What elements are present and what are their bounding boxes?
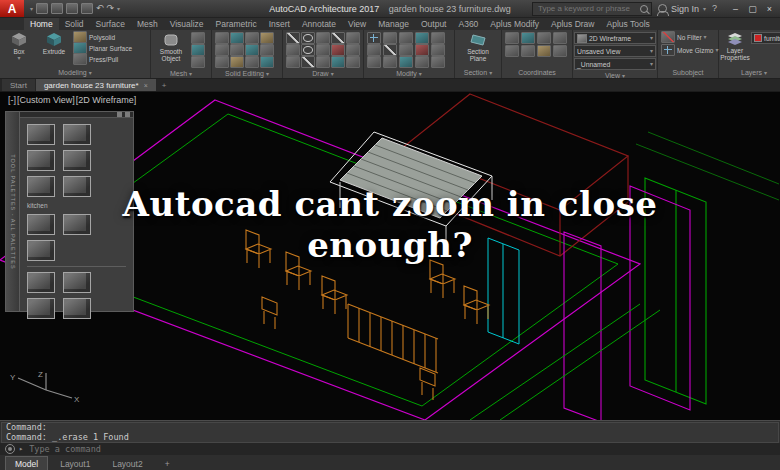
solid-edit-tool-icon[interactable] <box>260 32 274 44</box>
tab-mesh[interactable]: Mesh <box>131 18 164 30</box>
panel-label-solid-editing[interactable]: Solid Editing▾ <box>212 69 282 78</box>
modify-tool-icon[interactable] <box>399 56 413 68</box>
new-layout-button[interactable]: + <box>155 456 180 470</box>
mirror-tool-icon[interactable] <box>383 44 397 56</box>
tab-solid[interactable]: Solid <box>59 18 90 30</box>
ucs-name-dropdown[interactable]: _Unnamed ▾ <box>574 58 656 70</box>
help-search-box[interactable] <box>532 2 652 16</box>
draw-tool-icon[interactable] <box>331 44 345 56</box>
tab-manage[interactable]: Manage <box>372 18 415 30</box>
modify-tool-icon[interactable] <box>431 32 445 44</box>
palette-block-icon[interactable] <box>63 272 91 293</box>
arc-tool-icon[interactable] <box>301 44 315 56</box>
new-file-icon[interactable] <box>36 3 48 14</box>
ucs-tool-icon[interactable] <box>505 45 519 57</box>
ucs-tool-icon[interactable] <box>505 32 519 44</box>
file-tab-start[interactable]: Start <box>2 79 35 91</box>
close-tab-icon[interactable]: × <box>144 82 148 89</box>
draw-tool-icon[interactable] <box>346 32 360 44</box>
draw-tool-icon[interactable] <box>286 56 300 68</box>
tab-view[interactable]: View <box>342 18 372 30</box>
solid-edit-tool-icon[interactable] <box>215 44 229 56</box>
ucs-tool-icon[interactable] <box>553 45 567 57</box>
drawing-canvas[interactable]: [-] [Custom View] [2D Wireframe] TOOL PA… <box>0 92 780 420</box>
qat-caret-icon[interactable]: ▾ <box>117 6 120 12</box>
file-tab-drawing[interactable]: garden house 23 furniture* × <box>36 79 156 91</box>
save-icon[interactable] <box>66 3 78 14</box>
polyline-tool-icon[interactable] <box>331 32 345 44</box>
ucs-tool-icon[interactable] <box>521 32 535 44</box>
mesh-tool-icon[interactable] <box>191 44 205 56</box>
extrude-button[interactable]: Extrude <box>38 32 70 55</box>
solid-edit-tool-icon[interactable] <box>260 44 274 56</box>
maximize-button[interactable]: ▢ <box>744 2 761 16</box>
solid-edit-tool-icon[interactable] <box>245 44 259 56</box>
solid-edit-tool-icon[interactable] <box>215 32 229 44</box>
command-input[interactable] <box>27 443 775 455</box>
viewport-menu-control[interactable]: [-] <box>8 95 16 105</box>
solid-edit-tool-icon[interactable] <box>230 32 244 44</box>
mesh-tool-icon[interactable] <box>191 32 205 44</box>
solid-edit-tool-icon[interactable] <box>230 44 244 56</box>
app-logo-icon[interactable]: A <box>0 0 24 17</box>
solid-edit-tool-icon[interactable] <box>260 56 274 68</box>
close-button[interactable]: × <box>761 2 778 16</box>
draw-tool-icon[interactable] <box>316 44 330 56</box>
modify-tool-icon[interactable] <box>383 56 397 68</box>
modify-tool-icon[interactable] <box>399 44 413 56</box>
section-plane-button[interactable]: Section Plane <box>458 32 498 63</box>
box-button[interactable]: Box ▾ <box>3 32 35 61</box>
tab-annotate[interactable]: Annotate <box>296 18 342 30</box>
draw-tool-icon[interactable] <box>316 56 330 68</box>
modify-tool-icon[interactable] <box>367 56 381 68</box>
visual-style-dropdown[interactable]: 2D Wireframe ▾ <box>574 32 656 44</box>
line-tool-icon[interactable] <box>286 32 300 44</box>
smooth-object-button[interactable]: Smooth Object <box>154 32 188 63</box>
draw-tool-icon[interactable] <box>301 56 315 68</box>
redo-icon[interactable]: ↷ <box>107 4 115 13</box>
minimize-button[interactable]: – <box>727 2 744 16</box>
ucs-tool-icon[interactable] <box>553 32 567 44</box>
palette-block-icon[interactable] <box>27 272 55 293</box>
draw-tool-icon[interactable] <box>331 56 345 68</box>
new-tab-button[interactable]: + <box>157 79 172 91</box>
move-tool-icon[interactable] <box>367 32 381 44</box>
mesh-tool-icon[interactable] <box>191 56 205 68</box>
layer-properties-button[interactable]: Layer Properties <box>722 32 748 62</box>
customize-icon[interactable] <box>5 444 15 454</box>
tab-a360[interactable]: A360 <box>452 18 484 30</box>
signin-control[interactable]: Sign In ▾ <box>658 4 706 14</box>
panel-label-draw[interactable]: Draw▾ <box>283 69 363 78</box>
trim-tool-icon[interactable] <box>399 32 413 44</box>
palette-close-icon[interactable] <box>125 112 130 117</box>
search-input[interactable] <box>536 3 637 14</box>
tab-aplus-draw[interactable]: Aplus Draw <box>545 18 600 30</box>
signin-caret-icon[interactable]: ▾ <box>703 6 706 12</box>
modify-tool-icon[interactable] <box>415 56 429 68</box>
model-tab[interactable]: Model <box>5 456 48 470</box>
panel-label-view[interactable]: View▾ <box>573 72 657 79</box>
solid-edit-tool-icon[interactable] <box>215 56 229 68</box>
tab-aplus-modify[interactable]: Aplus Modify <box>484 18 545 30</box>
no-filter-button[interactable]: No Filter▾ <box>661 32 707 42</box>
tab-parametric[interactable]: Parametric <box>210 18 263 30</box>
solid-edit-tool-icon[interactable] <box>230 56 244 68</box>
undo-icon[interactable]: ↶ <box>96 4 104 13</box>
draw-tool-icon[interactable] <box>346 56 360 68</box>
draw-tool-icon[interactable] <box>316 32 330 44</box>
modify-tool-icon[interactable] <box>431 44 445 56</box>
help-icon[interactable]: ? <box>712 4 717 13</box>
tab-output[interactable]: Output <box>415 18 453 30</box>
layer-dropdown[interactable]: furniture ▾ <box>751 32 780 44</box>
palette-block-icon[interactable] <box>27 124 55 145</box>
tab-visualize[interactable]: Visualize <box>164 18 210 30</box>
press-pull-button[interactable]: Press/Pull <box>73 54 132 64</box>
move-gizmo-button[interactable]: Move Gizmo▾ <box>661 45 719 55</box>
palette-block-icon[interactable] <box>63 298 91 319</box>
viewport-view-control[interactable]: [Custom View] <box>17 95 75 105</box>
ucs-tool-icon[interactable] <box>537 45 551 57</box>
draw-tool-icon[interactable] <box>286 44 300 56</box>
panel-label-modeling[interactable]: Modeling▾ <box>0 67 150 78</box>
palette-block-icon[interactable] <box>27 298 55 319</box>
palette-block-icon[interactable] <box>63 124 91 145</box>
